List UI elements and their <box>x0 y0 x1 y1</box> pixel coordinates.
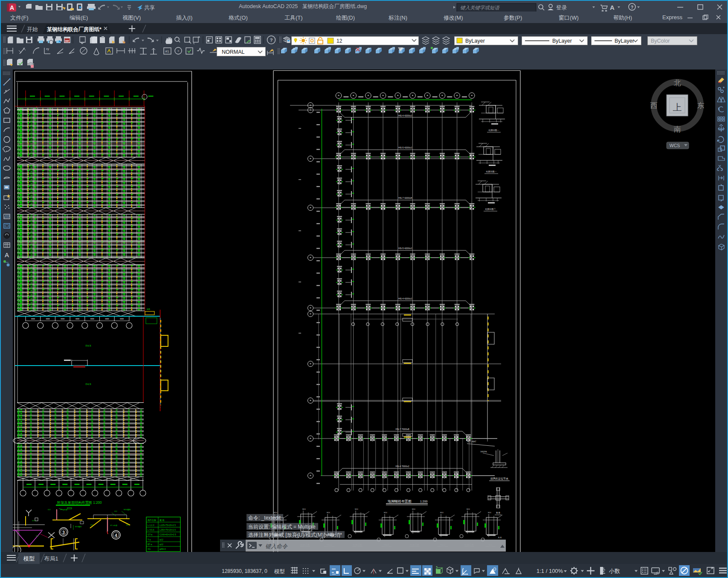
svg-text:3: 3 <box>62 530 65 535</box>
svg-text:HS-4 4200x2: HS-4 4200x2 <box>398 114 412 117</box>
svg-text:基础顶: 基础顶 <box>85 345 91 347</box>
svg-text:A-A: A-A <box>498 536 502 539</box>
svg-text:标高: 标高 <box>147 308 150 311</box>
svg-text:B-B: B-B <box>496 511 500 514</box>
svg-text:柱脚详图一: 柱脚详图一 <box>489 129 499 132</box>
svg-text:登录: 登录 <box>556 5 567 11</box>
svg-text:HS-7 7000x8: HS-7 7000x8 <box>395 428 409 430</box>
svg-text:M16螺栓: M16螺栓 <box>124 508 131 511</box>
svg-text:HS-4 7000x2: HS-4 7000x2 <box>395 465 409 468</box>
svg-text:1:1 / 100%: 1:1 / 100% <box>537 568 563 574</box>
svg-text:BT-a: BT-a <box>148 543 152 546</box>
svg-text:M24: M24 <box>384 511 388 514</box>
svg-text:A: A <box>5 251 9 259</box>
svg-text:北: 北 <box>674 79 681 87</box>
svg-text:+: + <box>177 49 180 53</box>
svg-text:M24: M24 <box>412 508 416 510</box>
svg-text:柱脚详图一: 柱脚详图一 <box>486 170 497 173</box>
svg-text:θ12: θ12 <box>114 510 117 512</box>
svg-text:θ12: θ12 <box>48 508 51 511</box>
svg-text:GT-a连接: GT-a连接 <box>60 508 67 511</box>
svg-text:小数: 小数 <box>609 568 620 574</box>
svg-text:φ12: φ12 <box>160 538 163 541</box>
svg-text:WCS: WCS <box>670 143 680 148</box>
svg-text:M24: M24 <box>355 508 359 510</box>
svg-text:M16螺栓: M16螺栓 <box>75 526 82 528</box>
svg-text:+: + <box>176 36 177 39</box>
svg-text:#1: #1 <box>165 49 169 53</box>
svg-text:M24: M24 <box>327 511 331 514</box>
svg-text:ByLayer: ByLayer <box>615 38 634 44</box>
svg-text:键入命令: 键入命令 <box>265 543 288 549</box>
svg-text:T-a: T-a <box>148 538 151 541</box>
svg-text:南: 南 <box>674 125 681 134</box>
svg-text:ByColor: ByColor <box>651 38 670 44</box>
svg-text:L-1,2,3: L-1,2,3 <box>148 524 154 526</box>
svg-text:GT-a: GT-a <box>148 533 152 536</box>
svg-text:HS-7 4200x8: HS-7 4200x8 <box>398 197 412 199</box>
svg-text:地脚螺栓布置图: 地脚螺栓布置图 <box>387 500 412 503</box>
svg-text:M24: M24 <box>302 508 306 510</box>
svg-text:GT-a: GT-a <box>32 520 36 522</box>
svg-text:θ12: θ12 <box>90 524 93 526</box>
svg-text:L-4,5,6: L-4,5,6 <box>148 529 154 531</box>
svg-text:ByLayer: ByLayer <box>465 38 485 44</box>
svg-text:M24: M24 <box>274 511 278 514</box>
svg-text:M24: M24 <box>467 508 470 510</box>
svg-text:柱脚详图二: 柱脚详图二 <box>485 208 496 211</box>
svg-text:抗风柱定位节点: 抗风柱定位节点 <box>490 477 508 480</box>
svg-text:ByLayer: ByLayer <box>552 38 572 44</box>
svg-text:M24: M24 <box>488 511 492 514</box>
svg-text:L250×75×20×2.5: L250×75×20×2.5 <box>160 529 176 531</box>
svg-text:构件名称: 构件名称 <box>147 519 156 522</box>
svg-text:加劲肋板: 加劲肋板 <box>480 450 487 453</box>
svg-text:基础顶: 基础顶 <box>85 383 91 385</box>
svg-text:某钢结构联合厂房图纸*: 某钢结构联合厂房图纸* <box>46 26 102 32</box>
svg-text:HS-5 4200x2: HS-5 4200x2 <box>398 146 412 149</box>
svg-text:A: A <box>10 4 14 11</box>
svg-text:上: 上 <box>673 102 682 112</box>
svg-text:A: A <box>610 4 615 11</box>
svg-text:L125×75×20×2.5: L125×75×20×2.5 <box>160 524 176 526</box>
svg-text:12: 12 <box>336 38 342 44</box>
svg-text:HS-1 4847: HS-1 4847 <box>467 441 476 443</box>
svg-text:φ89×3: φ89×3 <box>160 548 166 550</box>
svg-text:C160×60×20×2.5: C160×60×20×2.5 <box>160 533 176 536</box>
svg-text:?: ? <box>270 38 273 43</box>
svg-text:HS-5 4200x2: HS-5 4200x2 <box>398 247 412 250</box>
svg-text:XG: XG <box>36 535 38 537</box>
svg-text:?: ? <box>631 5 633 10</box>
svg-text:HS-4 4200x2: HS-4 4200x2 <box>398 297 412 300</box>
svg-text:东: 东 <box>697 102 705 110</box>
svg-text:键入关键字或短语: 键入关键字或短语 <box>460 5 500 10</box>
svg-text:xy: xy <box>46 47 49 51</box>
svg-text:1:200: 1:200 <box>420 500 428 503</box>
svg-text:DWF: DWF <box>65 40 69 42</box>
svg-text:附架及屋面结构布置图 1:200: 附架及屋面结构布置图 1:200 <box>57 501 102 505</box>
svg-text:西: 西 <box>650 102 658 110</box>
svg-text:4: 4 <box>115 533 117 538</box>
svg-text:布局1: 布局1 <box>44 555 58 562</box>
svg-text:模型: 模型 <box>23 555 35 562</box>
svg-text:θ12: θ12 <box>126 524 129 526</box>
svg-text:M24: M24 <box>440 511 444 514</box>
svg-text:φ12: φ12 <box>160 543 163 546</box>
svg-text:规 格: 规 格 <box>160 519 164 522</box>
svg-text:开始: 开始 <box>27 26 38 32</box>
svg-text:GT-a连接: GT-a连接 <box>110 524 117 526</box>
svg-text:共享: 共享 <box>144 5 155 11</box>
svg-text:XG: XG <box>148 548 151 550</box>
